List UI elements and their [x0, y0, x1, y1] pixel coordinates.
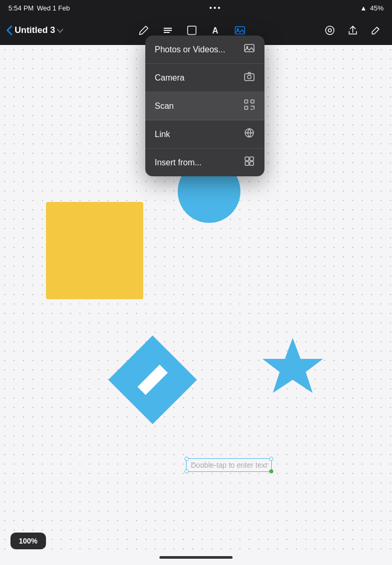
document-title[interactable]: Untitled 3: [15, 25, 63, 36]
handle-bottom-right: [269, 469, 273, 473]
title-text: Untitled 3: [15, 25, 55, 36]
blue-star-shape[interactable]: [256, 333, 329, 406]
status-bar: 5:54 PM Wed 1 Feb ▲ 45%: [0, 0, 392, 16]
share-button[interactable]: [343, 20, 363, 40]
yellow-square-shape[interactable]: [46, 202, 143, 299]
battery-indicator: 45%: [370, 4, 384, 12]
svg-rect-0: [164, 28, 172, 29]
svg-rect-19: [250, 157, 253, 161]
svg-rect-5: [235, 27, 245, 34]
svg-rect-2: [164, 32, 170, 33]
camera-item[interactable]: Camera: [145, 64, 264, 92]
link-icon: [244, 127, 255, 141]
insert-from-label: Insert from...: [155, 158, 202, 167]
svg-rect-20: [245, 162, 249, 165]
camera-icon: [244, 71, 255, 85]
scan-label: Scan: [155, 101, 174, 111]
zoom-label: 100%: [19, 537, 38, 545]
status-dots: [210, 7, 220, 9]
svg-rect-18: [245, 157, 249, 161]
back-button[interactable]: [6, 25, 13, 36]
svg-rect-10: [245, 44, 254, 52]
diamond-inner: [137, 365, 168, 395]
blue-diamond-shape[interactable]: [108, 335, 197, 424]
svg-marker-9: [262, 338, 323, 393]
svg-point-7: [326, 26, 334, 35]
insert-from-icon: [244, 155, 255, 170]
svg-rect-15: [251, 100, 254, 103]
svg-rect-1: [164, 30, 172, 31]
link-label: Link: [155, 130, 170, 139]
link-item[interactable]: Link: [145, 120, 264, 149]
text-placeholder: Double-tap to enter text: [191, 461, 267, 469]
status-left: 5:54 PM Wed 1 Feb: [8, 4, 70, 12]
svg-rect-21: [250, 162, 253, 165]
insert-from-item[interactable]: Insert from...: [145, 149, 264, 176]
text-box[interactable]: Double-tap to enter text: [186, 458, 272, 472]
camera-label: Camera: [155, 73, 185, 83]
bottom-bar: [0, 549, 392, 565]
svg-rect-3: [188, 26, 196, 35]
status-right: ▲ 45%: [360, 4, 384, 12]
svg-rect-14: [245, 100, 248, 103]
svg-text:A: A: [212, 26, 218, 35]
title-chevron: [57, 25, 63, 36]
svg-point-13: [248, 75, 251, 79]
home-indicator: [159, 556, 233, 559]
photos-videos-label: Photos or Videos...: [155, 45, 225, 54]
zoom-badge[interactable]: 100%: [10, 533, 46, 549]
edit-button[interactable]: [366, 20, 386, 40]
handle-top-left: [185, 457, 189, 461]
svg-rect-16: [245, 106, 248, 109]
photos-videos-icon: [244, 42, 255, 56]
scan-icon: [244, 99, 255, 113]
status-time: 5:54 PM: [8, 4, 33, 12]
svg-point-8: [328, 29, 331, 32]
handle-bottom-left: [185, 469, 189, 473]
collab-button[interactable]: [320, 20, 340, 40]
status-date: Wed 1 Feb: [37, 4, 70, 12]
insert-dropdown-menu: Photos or Videos... Camera Scan: [145, 36, 264, 176]
toolbar-right: [320, 20, 386, 40]
photos-videos-item[interactable]: Photos or Videos...: [145, 36, 264, 64]
scan-item[interactable]: Scan: [145, 92, 264, 120]
handle-top-right: [269, 457, 273, 461]
wifi-icon: ▲: [360, 4, 367, 12]
